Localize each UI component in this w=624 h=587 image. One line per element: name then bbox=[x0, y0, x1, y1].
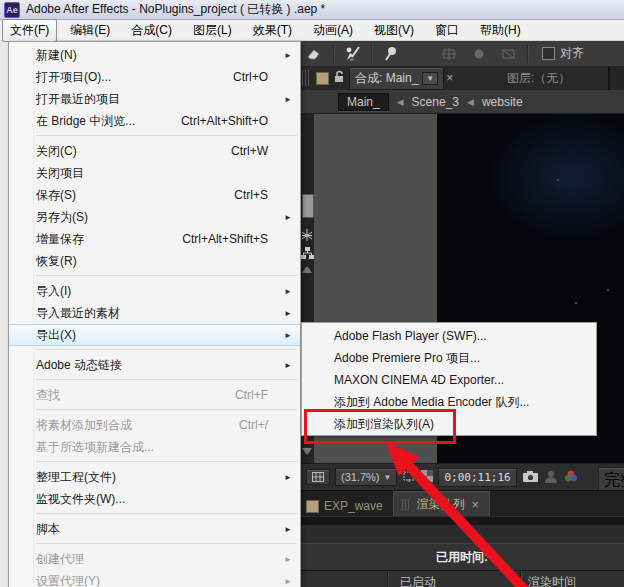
file-menu-item[interactable]: 另存为(S)► bbox=[9, 206, 300, 228]
menu-item-label: 新建(N) bbox=[36, 47, 77, 64]
snapshot-camera-icon[interactable] bbox=[522, 470, 539, 485]
menu-item-label: 监视文件夹(W)... bbox=[36, 491, 125, 508]
menu-item-label: 另存为(S) bbox=[36, 209, 88, 226]
file-menu-item[interactable]: 在 Bridge 中浏览...Ctrl+Alt+Shift+O bbox=[9, 110, 300, 132]
menubar-item[interactable]: 动画(A) bbox=[305, 19, 361, 42]
menu-item-label: Adobe Flash Player (SWF)... bbox=[334, 329, 487, 343]
submenu-arrow-icon: ► bbox=[284, 51, 300, 60]
resolution-label: 完整 bbox=[604, 470, 624, 491]
menubar-item[interactable]: 帮助(H) bbox=[472, 19, 529, 42]
menu-item-label: 导入(I) bbox=[36, 283, 71, 300]
file-menu-item[interactable]: 将素材添加到合成Ctrl+/ bbox=[9, 414, 300, 436]
menu-separator bbox=[36, 461, 297, 462]
magnification-dropdown[interactable]: (31.7%) ▼ bbox=[335, 468, 397, 486]
breadcrumb-item[interactable]: website bbox=[482, 95, 523, 109]
menu-item-label: 添加到 Adobe Media Encoder 队列... bbox=[334, 394, 529, 411]
comp-breadcrumb: Main_◀Scene_3◀website bbox=[300, 90, 624, 114]
file-menu-item[interactable]: 恢复(R) bbox=[9, 250, 300, 272]
menubar-item[interactable]: 文件(F) bbox=[2, 19, 57, 42]
toolbar-separator bbox=[371, 45, 373, 63]
menubar-item[interactable]: 图层(L) bbox=[185, 19, 240, 42]
export-submenu-item[interactable]: MAXON CINEMA 4D Exporter... bbox=[302, 369, 596, 391]
chevron-down-icon[interactable]: ▼ bbox=[422, 72, 438, 85]
menu-separator bbox=[36, 513, 297, 514]
show-channel-icon[interactable] bbox=[563, 469, 579, 485]
file-menu-item[interactable]: 脚本► bbox=[9, 518, 300, 540]
menubar-item[interactable]: 视图(V) bbox=[366, 19, 422, 42]
viewer-tab-row: 合成: Main_ ▼ × 图层:（无） bbox=[300, 66, 624, 90]
comp-mini-icon bbox=[306, 500, 319, 513]
file-menu-item[interactable]: 监视文件夹(W)... bbox=[9, 488, 300, 510]
menu-separator bbox=[36, 135, 297, 136]
file-menu-item[interactable]: 导入(I)► bbox=[9, 280, 300, 302]
transparency-grid-icon[interactable] bbox=[421, 470, 433, 484]
file-menu-item[interactable]: 关闭项目 bbox=[9, 162, 300, 184]
file-menu-item[interactable]: 创建代理► bbox=[9, 548, 300, 570]
file-menu-item[interactable]: 增量保存Ctrl+Alt+Shift+S bbox=[9, 228, 300, 250]
menubar-item[interactable]: 效果(T) bbox=[245, 19, 300, 42]
region-of-interest-icon[interactable] bbox=[402, 470, 416, 484]
file-menu-item[interactable]: 设置代理(Y)► bbox=[9, 570, 300, 587]
file-menu-item[interactable]: 打开项目(O)...Ctrl+O bbox=[9, 66, 300, 88]
export-submenu-item[interactable]: Adobe Flash Player (SWF)... bbox=[302, 325, 596, 347]
submenu-arrow-icon: ► bbox=[284, 213, 300, 222]
menu-item-shortcut: Ctrl+Alt+Shift+O bbox=[181, 114, 268, 128]
snap-checkbox[interactable] bbox=[542, 47, 555, 60]
menu-separator bbox=[36, 275, 297, 276]
tab-exp-wave[interactable]: EXP_wave bbox=[300, 495, 393, 517]
flowchart-star-icon[interactable] bbox=[301, 228, 313, 246]
menubar-item[interactable]: 编辑(E) bbox=[62, 19, 118, 42]
file-menu-item[interactable]: 基于所选项新建合成... bbox=[9, 436, 300, 458]
tab-render-queue[interactable]: 渲染队列 × bbox=[393, 491, 490, 517]
toolbar-separator bbox=[527, 45, 529, 63]
scroll-down-icon[interactable] bbox=[302, 448, 312, 455]
scroll-up-icon[interactable] bbox=[302, 266, 312, 273]
file-menu-item[interactable]: 关闭(C)Ctrl+W bbox=[9, 140, 300, 162]
choose-grid-button[interactable] bbox=[306, 469, 330, 485]
comp-tab-label: 合成: Main_ bbox=[355, 70, 418, 87]
flowchart-icon[interactable] bbox=[301, 246, 314, 265]
timecode-value: 0;00;11;16 bbox=[444, 471, 510, 484]
tab-composition[interactable]: 合成: Main_ ▼ bbox=[349, 67, 444, 90]
menu-item-shortcut: Ctrl+S bbox=[234, 188, 268, 202]
file-menu-item[interactable]: 导入最近的素材► bbox=[9, 302, 300, 324]
zoom-level: (31.7%) bbox=[341, 471, 380, 483]
elapsed-time-label: 已用时间: bbox=[300, 543, 624, 571]
file-menu-item[interactable]: Adobe 动态链接► bbox=[9, 354, 300, 376]
file-menu-item[interactable]: 整理工程(文件)► bbox=[9, 466, 300, 488]
breadcrumb-item[interactable]: Main_ bbox=[338, 93, 389, 111]
tab-layer[interactable]: 图层:（无） bbox=[453, 70, 624, 87]
menu-item-label: 打开最近的项目 bbox=[36, 91, 120, 108]
menu-item-label: 导入最近的素材 bbox=[36, 305, 120, 322]
close-icon[interactable]: × bbox=[472, 498, 479, 512]
panel-gripper-icon[interactable] bbox=[302, 70, 309, 86]
submenu-arrow-icon: ► bbox=[284, 577, 300, 586]
menu-item-label: MAXON CINEMA 4D Exporter... bbox=[334, 373, 504, 387]
menubar-item[interactable]: 合成(C) bbox=[123, 19, 180, 42]
eraser-tool-icon[interactable] bbox=[300, 44, 330, 64]
breadcrumb-item[interactable]: Scene_3 bbox=[412, 95, 459, 109]
menu-item-label: 基于所选项新建合成... bbox=[36, 439, 154, 456]
roto-brush-tool-icon[interactable] bbox=[338, 44, 368, 64]
file-menu-item[interactable]: 查找Ctrl+F bbox=[9, 384, 300, 406]
menubar-item[interactable]: 窗口 bbox=[427, 19, 467, 42]
close-icon[interactable]: × bbox=[446, 71, 453, 85]
menu-item-label: 恢复(R) bbox=[36, 253, 77, 270]
submenu-arrow-icon: ► bbox=[284, 525, 300, 534]
menu-item-label: Adobe Premiere Pro 项目... bbox=[334, 350, 480, 367]
file-menu-item[interactable]: 导出(X)► bbox=[9, 324, 300, 346]
file-menu-item[interactable]: 打开最近的项目► bbox=[9, 88, 300, 110]
menu-item-label: 在 Bridge 中浏览... bbox=[36, 113, 135, 130]
swatch-button[interactable] bbox=[302, 194, 314, 218]
menu-separator bbox=[36, 379, 297, 380]
export-submenu-item[interactable]: Adobe Premiere Pro 项目... bbox=[302, 347, 596, 369]
file-menu-item[interactable]: 新建(N)► bbox=[9, 44, 300, 66]
timecode-display[interactable]: 0;00;11;16 bbox=[438, 468, 516, 487]
menu-item-shortcut: Ctrl+W bbox=[231, 144, 268, 158]
lock-icon[interactable] bbox=[333, 70, 345, 86]
submenu-arrow-icon: ► bbox=[284, 287, 300, 296]
sphere-icon bbox=[464, 44, 494, 64]
file-menu-item[interactable]: 保存(S)Ctrl+S bbox=[9, 184, 300, 206]
menu-item-shortcut: Ctrl+F bbox=[235, 388, 268, 402]
puppet-pin-tool-icon[interactable] bbox=[376, 44, 406, 64]
